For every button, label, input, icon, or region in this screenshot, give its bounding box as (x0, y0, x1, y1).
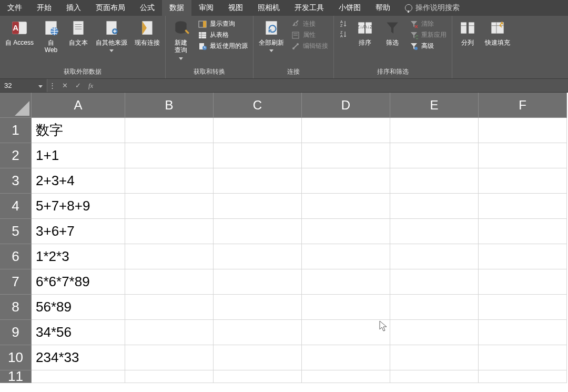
cell[interactable] (479, 168, 567, 194)
existing-conn-button[interactable]: 现有连接 (133, 18, 162, 47)
cell[interactable] (214, 168, 302, 194)
col-header-C[interactable]: C (214, 93, 302, 118)
cell-A3[interactable]: 2+3+4 (32, 168, 125, 194)
cell[interactable] (125, 320, 214, 345)
cell[interactable] (214, 295, 302, 320)
cell[interactable] (390, 219, 479, 244)
flash-fill-button[interactable]: 快速填充 (483, 18, 512, 47)
from-table-button[interactable]: 从表格 (196, 30, 250, 40)
from-text-button[interactable]: 自文本 (66, 18, 90, 47)
cell[interactable] (390, 345, 479, 370)
cell-A4[interactable]: 5+7+8+9 (32, 194, 125, 219)
cell[interactable] (302, 219, 390, 244)
enter-formula-button[interactable]: ✓ (75, 82, 81, 89)
show-queries-button[interactable]: 显示查询 (196, 19, 250, 29)
sort-desc-button[interactable]: ZA (337, 29, 350, 39)
cell[interactable] (390, 295, 479, 320)
col-header-D[interactable]: D (302, 93, 390, 118)
refresh-all-button[interactable]: 全部刷新 (257, 18, 286, 53)
select-all-corner[interactable] (0, 93, 32, 118)
cell[interactable] (125, 295, 214, 320)
filter-button[interactable]: 筛选 (380, 18, 404, 47)
tab-sparkline[interactable]: 小饼图 (331, 0, 368, 16)
tab-help[interactable]: 帮助 (368, 0, 398, 16)
cell-A8[interactable]: 56*89 (32, 295, 125, 320)
cell[interactable] (214, 219, 302, 244)
tab-view[interactable]: 视图 (221, 0, 250, 16)
cell[interactable] (302, 295, 390, 320)
cell[interactable] (214, 320, 302, 345)
cell[interactable] (125, 345, 214, 370)
col-header-F[interactable]: F (479, 93, 567, 118)
cell[interactable] (125, 143, 214, 168)
cell[interactable] (125, 219, 214, 244)
cancel-formula-button[interactable]: ✕ (62, 82, 68, 89)
cell[interactable] (302, 345, 390, 370)
sort-asc-button[interactable]: AZ (337, 19, 350, 28)
row-header[interactable]: 6 (0, 244, 32, 269)
cell[interactable] (302, 118, 390, 143)
cell[interactable] (479, 345, 567, 370)
row-header[interactable]: 5 (0, 219, 32, 244)
cell-A9[interactable]: 34*56 (32, 320, 125, 345)
tab-data[interactable]: 数据 (162, 0, 191, 16)
cell[interactable] (214, 345, 302, 370)
row-header[interactable]: 1 (0, 118, 32, 143)
sort-button[interactable]: Z↓AA↓Z 排序 (353, 18, 377, 47)
row-header[interactable]: 7 (0, 269, 32, 295)
cell[interactable] (479, 244, 567, 269)
tab-file[interactable]: 文件 (0, 0, 29, 16)
cell-A6[interactable]: 1*2*3 (32, 244, 125, 269)
cell-A7[interactable]: 6*6*7*89 (32, 269, 125, 295)
cell[interactable] (479, 118, 567, 143)
cell[interactable] (302, 194, 390, 219)
row-header[interactable]: 2 (0, 143, 32, 168)
advanced-filter-button[interactable]: 高级 (408, 41, 449, 51)
tab-layout[interactable]: 页面布局 (88, 0, 133, 16)
cell[interactable] (214, 269, 302, 295)
cell[interactable] (479, 269, 567, 295)
cell[interactable] (214, 194, 302, 219)
cell[interactable] (479, 295, 567, 320)
cell[interactable] (479, 219, 567, 244)
row-header[interactable]: 11 (0, 370, 32, 383)
cell[interactable] (302, 143, 390, 168)
from-web-button[interactable]: 自 Web (39, 18, 63, 55)
cell-A1[interactable]: 数字 (32, 118, 125, 143)
tab-home[interactable]: 开始 (29, 0, 59, 16)
row-header[interactable]: 10 (0, 345, 32, 370)
cell[interactable] (479, 194, 567, 219)
cell[interactable] (390, 320, 479, 345)
cell[interactable] (390, 269, 479, 295)
col-header-B[interactable]: B (125, 93, 214, 118)
row-header[interactable]: 4 (0, 194, 32, 219)
tab-insert[interactable]: 插入 (59, 0, 88, 16)
row-header[interactable]: 9 (0, 320, 32, 345)
col-header-E[interactable]: E (390, 93, 479, 118)
cell[interactable] (479, 320, 567, 345)
cell[interactable] (214, 370, 302, 383)
cell-A2[interactable]: 1+1 (32, 143, 125, 168)
cell-A5[interactable]: 3+6+7 (32, 219, 125, 244)
cell[interactable] (390, 194, 479, 219)
cell[interactable] (390, 118, 479, 143)
cell[interactable] (390, 244, 479, 269)
cell[interactable] (125, 168, 214, 194)
cell[interactable] (302, 244, 390, 269)
cell[interactable] (125, 194, 214, 219)
cell[interactable] (214, 244, 302, 269)
cell[interactable] (302, 168, 390, 194)
cell[interactable] (302, 269, 390, 295)
tell-me-search[interactable]: 操作说明搜索 (398, 0, 467, 16)
text-to-columns-button[interactable]: 分列 (455, 18, 480, 47)
cell[interactable] (302, 370, 390, 383)
formula-input[interactable] (98, 79, 568, 92)
tab-formulas[interactable]: 公式 (133, 0, 162, 16)
cell[interactable] (390, 168, 479, 194)
tab-devtools[interactable]: 开发工具 (287, 0, 331, 16)
from-other-button[interactable]: 自其他来源 (94, 18, 129, 53)
col-header-A[interactable]: A (32, 93, 125, 118)
tab-review[interactable]: 审阅 (191, 0, 221, 16)
cell[interactable] (479, 143, 567, 168)
cell-A11[interactable] (32, 370, 125, 383)
